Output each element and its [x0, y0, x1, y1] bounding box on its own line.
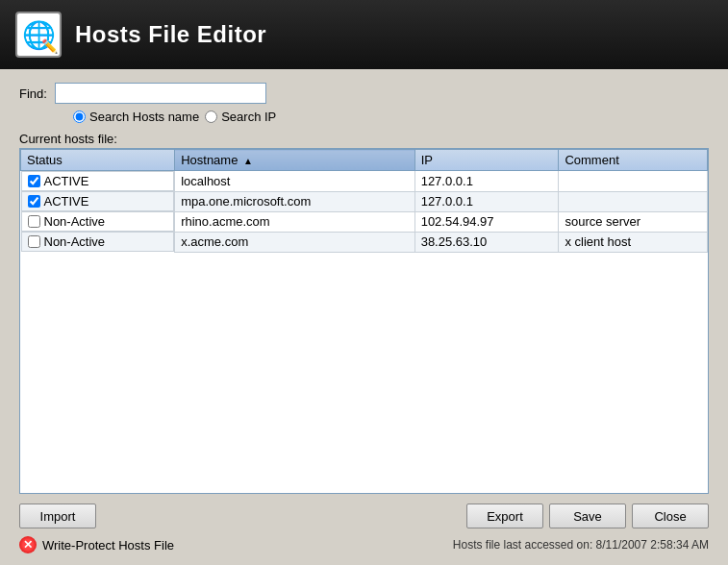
status-text: Non-Active — [44, 214, 106, 229]
status-text: ACTIVE — [44, 174, 89, 188]
row-checkbox[interactable] — [28, 175, 40, 187]
search-hosts-radio[interactable] — [73, 111, 86, 123]
cell-hostname: rhino.acme.com — [175, 211, 415, 232]
find-input[interactable] — [55, 83, 266, 104]
bottom-bar: Import Export Save Close — [19, 504, 709, 528]
hosts-table: Status Hostname ▲ IP Comment ACTIVElocal… — [20, 149, 708, 253]
save-button[interactable]: Save — [549, 504, 626, 528]
cell-comment — [559, 171, 708, 192]
sort-arrow: ▲ — [243, 156, 253, 166]
app-header: 🌐✏️ Hosts File Editor — [0, 0, 728, 69]
left-buttons: Import — [19, 504, 96, 528]
cell-ip: 127.0.0.1 — [414, 191, 559, 211]
cell-comment — [559, 191, 708, 211]
write-protect-icon: ✕ — [19, 536, 37, 553]
cell-ip: 38.25.63.10 — [414, 232, 559, 252]
row-checkbox[interactable] — [28, 235, 40, 248]
cell-status: Non-Active — [21, 211, 175, 232]
col-status: Status — [21, 150, 175, 171]
cell-status: ACTIVE — [21, 171, 175, 191]
close-button[interactable]: Close — [632, 504, 709, 528]
search-ip-label: Search IP — [221, 110, 276, 124]
cell-hostname: mpa.one.microsoft.com — [175, 191, 415, 211]
search-ip-radio[interactable] — [205, 111, 217, 123]
search-ip-option[interactable]: Search IP — [205, 110, 276, 124]
section-label: Current hosts file: — [19, 132, 709, 146]
col-hostname[interactable]: Hostname ▲ — [175, 150, 415, 171]
cell-hostname: x.acme.com — [175, 232, 415, 252]
write-protect-section: ✕ Write-Protect Hosts File — [19, 536, 174, 553]
table-row[interactable]: Non-Activerhino.acme.com102.54.94.97sour… — [21, 211, 708, 232]
col-comment: Comment — [559, 150, 708, 171]
right-buttons: Export Save Close — [466, 504, 709, 528]
search-options-row: Search Hosts name Search IP — [19, 110, 709, 124]
cell-ip: 102.54.94.97 — [414, 211, 559, 232]
table-header-row: Status Hostname ▲ IP Comment — [21, 150, 708, 171]
search-hosts-label: Search Hosts name — [89, 110, 199, 124]
table-row[interactable]: ACTIVElocalhost127.0.0.1 — [21, 171, 708, 192]
app-title: Hosts File Editor — [75, 21, 266, 48]
col-ip: IP — [414, 150, 559, 171]
write-protect-label: Write-Protect Hosts File — [42, 538, 174, 553]
cell-ip: 127.0.0.1 — [414, 171, 559, 192]
row-checkbox[interactable] — [28, 215, 40, 228]
table-body: ACTIVElocalhost127.0.0.1ACTIVEmpa.one.mi… — [21, 171, 708, 253]
search-hosts-option[interactable]: Search Hosts name — [73, 110, 199, 124]
cell-comment: x client host — [559, 232, 708, 252]
cell-status: ACTIVE — [21, 191, 175, 211]
app-icon: 🌐✏️ — [15, 12, 62, 58]
hosts-table-container[interactable]: Status Hostname ▲ IP Comment ACTIVElocal… — [19, 148, 709, 494]
cell-comment: source server — [559, 211, 708, 232]
table-row[interactable]: ACTIVEmpa.one.microsoft.com127.0.0.1 — [21, 191, 708, 211]
find-label: Find: — [19, 86, 47, 101]
cell-status: Non-Active — [21, 232, 175, 252]
status-text: ACTIVE — [44, 194, 89, 209]
status-bar: ✕ Write-Protect Hosts File Hosts file la… — [19, 534, 709, 555]
find-row: Find: — [19, 83, 709, 104]
main-content: Find: Search Hosts name Search IP Curren… — [0, 69, 728, 565]
import-button[interactable]: Import — [19, 504, 96, 528]
table-row[interactable]: Non-Activex.acme.com38.25.63.10x client … — [21, 232, 708, 252]
status-text: Non-Active — [44, 234, 106, 249]
export-button[interactable]: Export — [466, 504, 543, 528]
cell-hostname: localhost — [175, 171, 415, 192]
last-accessed-text: Hosts file last accessed on: 8/11/2007 2… — [453, 538, 709, 552]
row-checkbox[interactable] — [28, 195, 40, 208]
